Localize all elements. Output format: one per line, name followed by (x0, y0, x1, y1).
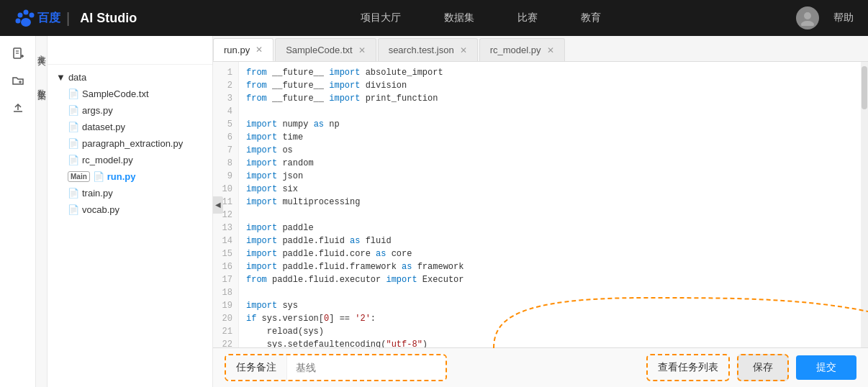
tab-search-test[interactable]: search.test.json ✕ (378, 38, 478, 61)
file-icon-train: 📄 (68, 188, 79, 199)
tab-run-py[interactable]: run.py ✕ (213, 38, 273, 61)
file-item-paragraph[interactable]: 📄 paragraph_extraction.py (48, 135, 212, 152)
tab-label-search: search.test.json (389, 45, 454, 55)
new-file-button[interactable] (6, 43, 30, 63)
menu-item-projects[interactable]: 项目大厅 (361, 9, 401, 27)
baidu-text: 百度 (37, 11, 60, 26)
file-item-dataset[interactable]: 📄 dataset.py (48, 119, 212, 135)
file-icon-run: 📄 (93, 171, 104, 182)
file-tree: ▼ data 📄 SampleCode.txt 📄 args.py 📄 data… (48, 65, 212, 387)
collapse-arrow[interactable]: ◀ (213, 196, 223, 214)
file-item-rcmodel[interactable]: 📄 rc_model.py (48, 152, 212, 168)
file-icon-dataset: 📄 (68, 122, 79, 132)
topnav-menu: 项目大厅 数据集 比赛 教育 (166, 9, 796, 27)
tab-close-search[interactable]: ✕ (460, 46, 467, 55)
editor-tabs: run.py ✕ SampleCode.txt ✕ search.test.js… (213, 36, 868, 62)
file-icon-rcmodel: 📄 (68, 155, 79, 165)
svg-point-5 (804, 12, 811, 19)
svg-point-1 (24, 10, 29, 15)
tab-label-rcmodel: rc_model.py (490, 45, 541, 55)
user-avatar[interactable] (796, 6, 819, 29)
baidu-logo-icon (14, 8, 37, 28)
tab-samplecode[interactable]: SampleCode.txt ✕ (275, 38, 376, 61)
logo[interactable]: 百度 | AI Studio (14, 8, 137, 28)
svg-point-0 (18, 13, 23, 18)
bottom-bar: 任务备注 查看任务列表 保存 提交 (213, 347, 868, 387)
tab-close-rcmodel[interactable]: ✕ (547, 46, 554, 55)
save-button[interactable]: 保存 (737, 354, 789, 381)
tab-close-run[interactable]: ✕ (256, 45, 263, 54)
tab-label-run: run.py (224, 45, 250, 55)
file-item-run[interactable]: Main 📄 run.py (48, 168, 212, 185)
main-badge: Main (68, 171, 90, 182)
sidebar-tab-datasets[interactable]: 数据集 (34, 78, 49, 91)
task-label: 任务备注 (226, 355, 287, 380)
editor-area: run.py ✕ SampleCode.txt ✕ search.test.js… (213, 36, 868, 387)
tab-rcmodel[interactable]: rc_model.py ✕ (479, 38, 565, 61)
file-item-args[interactable]: 📄 args.py (48, 102, 212, 119)
sidebar-icons (0, 36, 36, 387)
svg-point-2 (30, 13, 35, 18)
folder-name: data (68, 72, 86, 83)
sidebar-tab-labels: 文件夹 数据集 (36, 36, 48, 387)
upload-button[interactable] (6, 98, 30, 118)
code-editor[interactable]: from __future__ import absolute_import f… (239, 62, 861, 347)
vertical-scrollbar[interactable] (861, 62, 868, 347)
studio-text: AI Studio (80, 11, 137, 26)
submit-button[interactable]: 提交 (796, 355, 856, 380)
task-input-group: 任务备注 (225, 354, 447, 381)
baseline-input[interactable] (287, 356, 446, 379)
file-item-samplecode[interactable]: 📄 SampleCode.txt (48, 86, 212, 102)
new-folder-button[interactable] (6, 70, 30, 91)
file-icon-args: 📄 (68, 105, 79, 116)
tab-close-samplecode[interactable]: ✕ (358, 46, 366, 55)
folder-data[interactable]: ▼ data (48, 69, 212, 86)
editor-content: ◀ 1234 5678 9101112 13141516 17181920 21… (213, 62, 868, 347)
svg-point-3 (16, 19, 21, 24)
file-explorer: ▼ data 📄 SampleCode.txt 📄 args.py 📄 data… (48, 36, 213, 387)
file-icon-samplecode: 📄 (68, 88, 79, 99)
help-link[interactable]: 帮助 (833, 12, 854, 24)
menu-item-competition[interactable]: 比赛 (517, 9, 538, 27)
topnav-right: 帮助 (796, 6, 854, 29)
file-item-train[interactable]: 📄 train.py (48, 185, 212, 201)
main-layout: 文件夹 数据集 ▼ data 📄 SampleCode.txt 📄 args.p… (0, 36, 868, 387)
sidebar-tab-files[interactable]: 文件夹 (34, 43, 49, 56)
logo-separator: | (66, 10, 70, 27)
svg-point-6 (801, 21, 814, 26)
file-item-vocab[interactable]: 📄 vocab.py (48, 201, 212, 218)
file-toolbar (48, 36, 212, 65)
menu-item-education[interactable]: 教育 (581, 9, 601, 27)
chevron-down-icon: ▼ (56, 72, 65, 83)
tab-label-samplecode: SampleCode.txt (286, 45, 353, 55)
svg-point-4 (21, 18, 31, 27)
view-tasks-button[interactable]: 查看任务列表 (646, 354, 730, 381)
file-icon-vocab: 📄 (68, 204, 79, 215)
topnav: 百度 | AI Studio 项目大厅 数据集 比赛 教育 帮助 (0, 0, 868, 36)
scrollbar-thumb[interactable] (862, 66, 867, 109)
menu-item-datasets[interactable]: 数据集 (444, 9, 474, 27)
file-icon-paragraph: 📄 (68, 138, 79, 149)
